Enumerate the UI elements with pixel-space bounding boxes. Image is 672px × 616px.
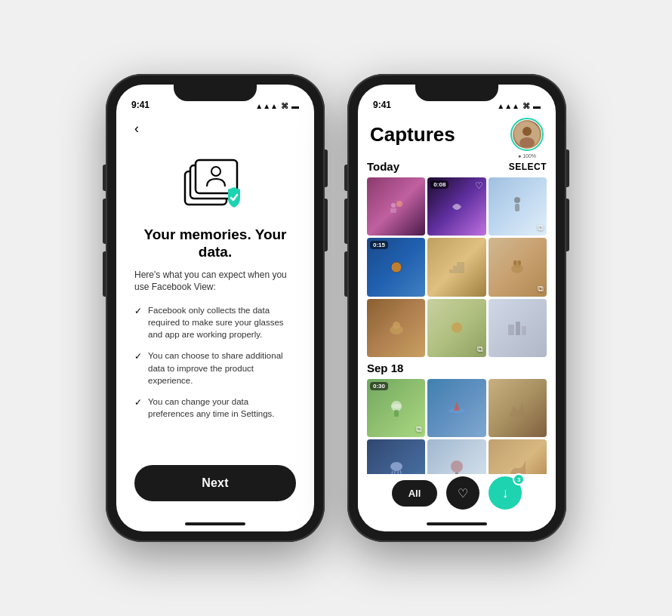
basketball-icon (386, 260, 407, 275)
thumb-today-1[interactable] (367, 177, 425, 236)
thumb-sep18-5[interactable] (427, 439, 486, 474)
svg-point-9 (396, 201, 402, 207)
volume-down-button (103, 251, 106, 297)
home-bar-right (358, 516, 556, 531)
power-button (325, 149, 328, 187)
svg-point-5 (522, 127, 532, 136)
thumb-today-7[interactable] (367, 299, 425, 357)
thumb-sep18-6[interactable] (489, 439, 547, 474)
climb-icon (507, 399, 527, 418)
thumb-today-2[interactable]: 0:08 ♡ (427, 177, 486, 236)
back-button[interactable]: ‹ (134, 115, 296, 143)
bullet-text-3: You can change your data preferences any… (148, 396, 296, 420)
avatar-svg (514, 122, 540, 147)
person-walk-icon (508, 196, 526, 217)
thumb-bg-7 (367, 299, 425, 357)
svg-point-18 (393, 322, 400, 329)
svg-rect-11 (515, 204, 519, 211)
today-grid: 0:08 ♡ ⧉ (367, 177, 547, 357)
dog2-icon (386, 319, 407, 337)
svg-point-16 (518, 260, 521, 265)
duration-10: 0:30 (370, 382, 388, 390)
battery-icon-left: ▬ (291, 102, 299, 110)
copy-8: ⧉ (477, 344, 483, 354)
home-indicator-right (427, 522, 487, 525)
svg-rect-20 (508, 325, 514, 335)
thumb-sep18-2[interactable] (427, 379, 486, 437)
mute-button (103, 165, 106, 191)
duration-2: 0:08 (430, 180, 449, 189)
avatar-ring[interactable]: ● 100% (510, 118, 544, 151)
bullet-item-1: ✓ Facebook only collects the data requir… (134, 304, 296, 340)
select-button[interactable]: SELECT (509, 162, 547, 172)
svg-point-10 (514, 197, 520, 203)
thumb-today-9[interactable] (489, 299, 547, 357)
copy-10: ⧉ (416, 424, 422, 434)
thumb-today-5[interactable] (427, 238, 486, 296)
svg-rect-25 (394, 410, 399, 417)
canyon-icon (507, 459, 527, 474)
sep18-grid: 0:30 ⧉ (367, 379, 547, 474)
signal-icon-left: ▲▲▲ (255, 102, 278, 110)
frisbee-icon (387, 399, 406, 418)
bullet-text-1: Facebook only collects the data required… (148, 304, 296, 340)
volume-up-button (103, 199, 106, 244)
captures-header: Captures ● 100% (358, 115, 556, 157)
wifi-icon-right: ⌘ (522, 102, 530, 110)
copy-3: ⧉ (538, 223, 544, 233)
notch (174, 85, 257, 101)
volume-button-right (325, 199, 328, 251)
duration-4: 0:15 (370, 241, 388, 249)
heart-icon: ♡ (458, 486, 468, 500)
svg-point-19 (452, 322, 462, 333)
right-phone: 9:41 ▲▲▲ ⌘ ▬ Captures ● 1 (347, 74, 566, 542)
privacy-icon (181, 158, 249, 214)
svg-point-24 (391, 404, 402, 408)
thumb-today-4[interactable]: 0:15 (367, 238, 425, 296)
all-filter-button[interactable]: All (392, 480, 438, 507)
volume-up-right (344, 199, 347, 244)
status-icons-right: ▲▲▲ ⌘ ▬ (497, 102, 541, 110)
thumb-sep18-1[interactable]: 0:30 ⧉ (367, 379, 425, 437)
power-button-right (566, 149, 569, 187)
check-2: ✓ (134, 350, 142, 386)
heart-filter-button[interactable]: ♡ (446, 476, 479, 510)
thumb-sep18-4[interactable] (367, 439, 425, 474)
next-button-area: Next (134, 465, 296, 516)
thumb-sep18-3[interactable] (489, 379, 547, 437)
signal-icon-right: ▲▲▲ (497, 102, 519, 110)
privacy-bullets: ✓ Facebook only collects the data requir… (134, 304, 296, 465)
thumb-bg-1 (367, 177, 425, 236)
thumb-today-8[interactable]: ⧉ (427, 299, 486, 357)
kayak-icon (447, 399, 467, 418)
wifi-icon-left: ⌘ (281, 102, 288, 110)
captures-screen: Captures ● 100% Today SELEC (358, 115, 556, 516)
check-1: ✓ (134, 305, 142, 340)
sep18-label: Sep 18 (367, 362, 403, 374)
svg-point-27 (390, 462, 402, 471)
right-phone-screen: 9:41 ▲▲▲ ⌘ ▬ Captures ● 1 (358, 85, 556, 531)
thumb-bg-15 (489, 439, 547, 474)
thumb-today-6[interactable]: ⧉ (489, 238, 547, 296)
notch-right (415, 85, 498, 101)
bullet-item-3: ✓ You can change your data preferences a… (134, 396, 296, 420)
svg-rect-8 (390, 208, 396, 213)
download-button[interactable]: ↓ 3 (489, 476, 522, 510)
next-button[interactable]: Next (134, 465, 296, 501)
check-3: ✓ (134, 396, 142, 420)
home-bar-left (116, 516, 314, 531)
bullet-text-2: You can choose to share additional data … (148, 350, 296, 386)
svg-point-12 (391, 262, 402, 273)
tree-icon (447, 459, 467, 474)
thumb-today-3[interactable]: ⧉ (489, 177, 547, 236)
status-time-left: 9:41 (131, 100, 150, 110)
captures-scroll[interactable]: Today SELECT (358, 157, 556, 474)
thumb-bg-5 (427, 238, 486, 296)
bullet-item-2: ✓ You can choose to share additional dat… (134, 350, 296, 386)
city-icon (507, 319, 528, 337)
left-phone-screen: 9:41 ▲▲▲ ⌘ ▬ ‹ (116, 85, 314, 531)
thumb-bg-14 (427, 439, 486, 474)
battery-icon-right: ▬ (533, 102, 541, 110)
avatar-image (513, 120, 541, 149)
privacy-heading: Your memories. Your data. (134, 226, 296, 261)
